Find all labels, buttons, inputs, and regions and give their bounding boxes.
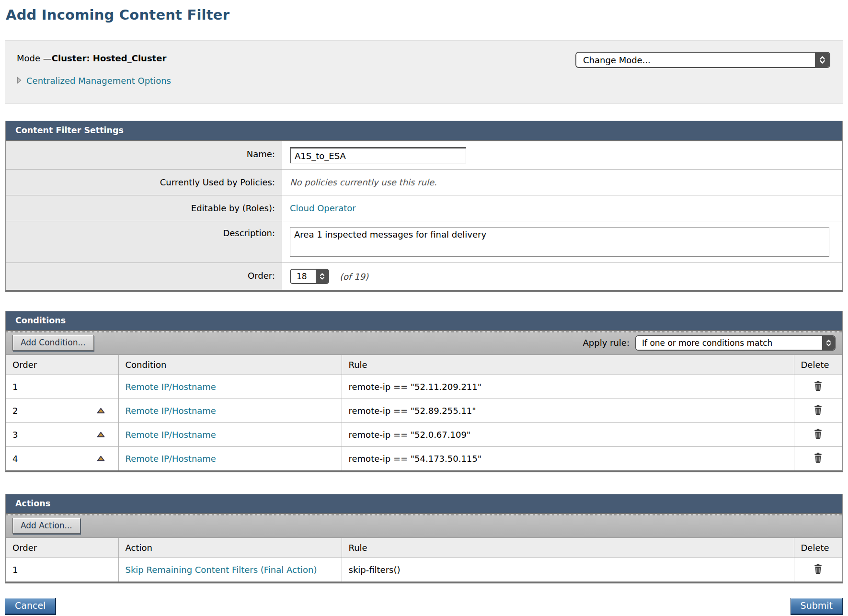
add-incoming-content-filter-page: Add Incoming Content Filter Mode —Cluste…: [0, 0, 848, 616]
condition-order: 2: [12, 406, 18, 416]
page-title: Add Incoming Content Filter: [5, 5, 843, 23]
actions-panel-header: Actions: [6, 494, 842, 514]
cloud-operator-link[interactable]: Cloud Operator: [290, 203, 356, 213]
condition-rule: remote-ip == "52.89.255.11": [349, 406, 476, 416]
cancel-button[interactable]: Cancel: [5, 598, 56, 615]
conditions-col-rule: Rule: [342, 355, 794, 375]
trash-icon: [813, 569, 823, 576]
condition-order: 4: [12, 454, 18, 464]
settings-row-editable: Editable by (Roles): Cloud Operator: [6, 195, 842, 221]
change-mode-selected-value: Change Mode...: [576, 53, 815, 67]
conditions-panel-header: Conditions: [6, 311, 842, 331]
condition-rule: remote-ip == "52.0.67.109": [349, 430, 471, 440]
settings-row-order: Order: 18 (of 19): [6, 262, 842, 290]
change-mode-select[interactable]: Change Mode...: [575, 52, 830, 68]
condition-row: 1 Remote IP/Hostname remote-ip == "52.11…: [6, 375, 842, 399]
apply-rule-group: Apply rule: If one or more conditions ma…: [583, 335, 836, 351]
apply-rule-label: Apply rule:: [583, 338, 630, 348]
condition-row: 2 Remote IP/Hostname remote-ip == "52.89…: [6, 399, 842, 423]
actions-header-row: Order Action Rule Delete: [6, 538, 842, 558]
condition-link[interactable]: Remote IP/Hostname: [126, 406, 216, 416]
action-rule: skip-filters(): [349, 565, 401, 575]
mode-panel: Mode —Cluster: Hosted_Cluster Change Mod…: [5, 40, 843, 104]
mode-label: Mode: [17, 53, 40, 63]
condition-link[interactable]: Remote IP/Hostname: [126, 382, 216, 392]
trash-icon: [813, 410, 823, 417]
conditions-toolbar: Add Condition... Apply rule: If one or m…: [6, 331, 842, 355]
editable-label: Editable by (Roles):: [6, 195, 282, 221]
actions-col-action: Action: [118, 538, 342, 558]
move-up-icon: [97, 432, 105, 439]
centralized-management-options-label: Centralized Management Options: [26, 76, 171, 86]
move-up-icon: [97, 408, 105, 415]
delete-condition-button[interactable]: [813, 428, 823, 439]
add-condition-button[interactable]: Add Condition...: [12, 335, 94, 351]
add-action-button[interactable]: Add Action...: [12, 518, 80, 534]
conditions-col-order: Order: [6, 355, 118, 375]
condition-link[interactable]: Remote IP/Hostname: [126, 430, 216, 440]
apply-rule-select[interactable]: If one or more conditions match: [635, 335, 836, 351]
actions-col-delete: Delete: [794, 538, 842, 558]
action-link[interactable]: Skip Remaining Content Filters (Final Ac…: [126, 565, 317, 575]
settings-row-policies: Currently Used by Policies: No policies …: [6, 169, 842, 195]
actions-panel: Actions Add Action... Order Action Rule …: [5, 494, 843, 583]
trash-icon: [813, 457, 823, 465]
move-up-icon: [97, 456, 105, 463]
actions-col-rule: Rule: [342, 538, 794, 558]
select-spinner-icon: [316, 270, 328, 283]
actions-col-order: Order: [6, 538, 118, 558]
select-spinner-icon: [815, 53, 829, 67]
action-order: 1: [12, 565, 18, 575]
mode-dash: —: [43, 53, 52, 63]
name-label: Name:: [6, 141, 282, 169]
actions-table: Order Action Rule Delete 1 Skip Remainin…: [6, 538, 842, 582]
order-of-total: (of 19): [340, 272, 368, 282]
order-select[interactable]: 18: [290, 269, 329, 284]
description-textarea[interactable]: Area 1 inspected messages for final deli…: [290, 227, 829, 257]
condition-row: 3 Remote IP/Hostname remote-ip == "52.0.…: [6, 423, 842, 447]
content-filter-settings-panel: Content Filter Settings Name: Currently …: [5, 121, 843, 292]
condition-link[interactable]: Remote IP/Hostname: [126, 454, 216, 464]
footer-actions: Cancel Submit: [5, 598, 843, 615]
delete-condition-button[interactable]: [813, 452, 823, 463]
trash-icon: [813, 433, 823, 441]
condition-row: 4 Remote IP/Hostname remote-ip == "54.17…: [6, 447, 842, 471]
actions-toolbar: Add Action...: [6, 514, 842, 538]
settings-row-name: Name:: [6, 141, 842, 169]
delete-condition-button[interactable]: [813, 404, 823, 415]
condition-order: 3: [12, 430, 18, 440]
order-selected-value: 18: [291, 270, 316, 283]
delete-action-button[interactable]: [813, 563, 823, 574]
move-up-button[interactable]: [97, 432, 105, 438]
apply-rule-selected-value: If one or more conditions match: [636, 336, 822, 350]
condition-order: 1: [12, 382, 18, 392]
conditions-panel: Conditions Add Condition... Apply rule: …: [5, 311, 843, 472]
action-row: 1 Skip Remaining Content Filters (Final …: [6, 558, 842, 582]
settings-row-description: Description: Area 1 inspected messages f…: [6, 221, 842, 262]
order-label: Order:: [6, 263, 282, 290]
policies-label: Currently Used by Policies:: [6, 170, 282, 195]
condition-rule: remote-ip == "54.173.50.115": [349, 454, 482, 464]
condition-rule: remote-ip == "52.11.209.211": [349, 382, 482, 392]
conditions-table: Order Condition Rule Delete 1 Remote IP/…: [6, 355, 842, 470]
submit-button[interactable]: Submit: [791, 598, 843, 615]
conditions-header-row: Order Condition Rule Delete: [6, 355, 842, 375]
description-label: Description:: [6, 221, 282, 262]
conditions-col-condition: Condition: [118, 355, 342, 375]
centralized-management-options-link[interactable]: Centralized Management Options: [17, 76, 171, 86]
move-up-button[interactable]: [97, 456, 105, 462]
mode-value: Cluster: Hosted_Cluster: [52, 53, 167, 63]
delete-condition-button[interactable]: [813, 380, 823, 391]
disclosure-triangle-icon: [17, 76, 22, 86]
settings-panel-header: Content Filter Settings: [6, 121, 842, 141]
trash-icon: [813, 386, 823, 393]
move-up-button[interactable]: [97, 408, 105, 414]
select-spinner-icon: [822, 336, 835, 350]
conditions-col-delete: Delete: [794, 355, 842, 375]
name-input[interactable]: [290, 147, 466, 163]
policies-value: No policies currently use this rule.: [290, 177, 437, 187]
